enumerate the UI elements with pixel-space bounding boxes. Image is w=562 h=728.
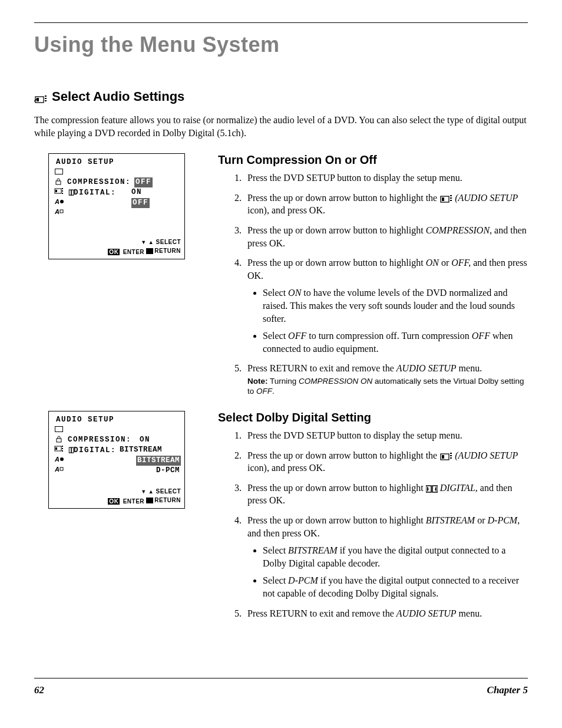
svg-rect-7 — [55, 190, 57, 192]
svg-rect-29 — [60, 467, 63, 470]
svg-rect-2 — [45, 95, 47, 97]
svg-text:A: A — [55, 198, 60, 205]
bullet-item: Select OFF to turn compression off. Turn… — [263, 330, 528, 355]
bullet-item: Select BITSTREAM if you have the digital… — [263, 544, 528, 569]
svg-rect-16 — [442, 197, 444, 201]
svg-rect-5 — [56, 181, 61, 185]
intro-paragraph: The compression feature allows you to ra… — [34, 114, 528, 139]
osd-digital-off: OFF — [131, 198, 150, 208]
disc-icon — [54, 425, 64, 432]
ap-icon: A — [54, 198, 64, 205]
steps-list-compression: Press the DVD SETUP button to display th… — [218, 172, 528, 397]
step-item: Press the up or down arrow button to hig… — [244, 256, 528, 355]
tv-icon: A — [54, 208, 64, 215]
svg-rect-18 — [450, 197, 452, 199]
step-item: Press the up or down arrow button to hig… — [244, 192, 528, 217]
svg-rect-31 — [442, 455, 444, 459]
osd-title: AUDIO SETUP — [52, 157, 181, 167]
page-number: 62 — [34, 684, 44, 696]
bullet-item: Select ON to have the volume levels of t… — [263, 286, 528, 325]
osd-compression-label: COMPRESSION: — [67, 177, 131, 187]
step-item: Press the DVD SETUP button to display th… — [244, 172, 528, 185]
svg-rect-1 — [37, 98, 39, 101]
section-heading: Select Audio Settings — [34, 89, 528, 104]
svg-text:A: A — [55, 456, 60, 463]
osd-title: AUDIO SETUP — [52, 415, 181, 425]
ap-icon: A — [54, 456, 64, 463]
svg-rect-20 — [57, 439, 61, 442]
svg-rect-32 — [450, 453, 452, 454]
svg-rect-14 — [60, 210, 63, 213]
osd-option-bitstream: BITSTREAM — [136, 456, 181, 466]
step-item: Press the up or down arrow button to hig… — [244, 482, 528, 507]
svg-rect-3 — [45, 98, 47, 99]
step-item: Press RETURN to exit and remove the AUDI… — [244, 362, 528, 397]
svg-rect-10 — [62, 193, 63, 194]
osd-compression-label: COMPRESSION: — [68, 435, 136, 445]
page-footer: 62 Chapter 5 — [34, 684, 528, 696]
svg-point-12 — [60, 200, 64, 203]
step-item: Press the DVD SETUP button to display th… — [244, 429, 528, 442]
svg-rect-23 — [62, 446, 63, 447]
osd-compression-value: OFF — [134, 177, 153, 187]
svg-rect-25 — [62, 450, 63, 452]
audio-setup-icon — [34, 92, 47, 101]
osd-digital-label: ▯▯DIGITAL: — [68, 187, 128, 198]
disc-icon — [54, 167, 64, 174]
chapter-label: Chapter 5 — [487, 684, 528, 696]
step-item: Press RETURN to exit and remove the AUDI… — [244, 607, 528, 620]
svg-rect-24 — [62, 448, 63, 449]
svg-rect-19 — [450, 200, 452, 201]
audio-setup-inline-icon — [439, 194, 452, 203]
svg-point-27 — [60, 457, 64, 461]
svg-text:A: A — [55, 208, 60, 215]
note-text: Note: Turning COMPRESSION ON automatical… — [247, 376, 528, 397]
lock-icon — [54, 435, 64, 443]
svg-rect-34 — [450, 457, 452, 459]
step-item: Press the up or down arrow button to hig… — [244, 449, 528, 475]
audio-setup-inline-icon — [439, 452, 452, 461]
osd-digital-label: ▯▯DIGITAL: — [68, 445, 116, 456]
subsection-heading-digital: Select Dolby Digital Setting — [218, 411, 528, 424]
footer-rule — [34, 678, 528, 678]
step-item: Press the up or down arrow button to hig… — [244, 514, 528, 600]
top-rule — [34, 22, 528, 23]
osd-compression-value: ON — [140, 436, 150, 444]
osd-digital-on: ON — [131, 188, 142, 196]
osd-footer: ▼ ▲ SELECT OK ENTER RETURN — [52, 238, 181, 256]
dolby-inline-icon — [426, 483, 438, 493]
svg-rect-8 — [62, 188, 63, 189]
audio-setup-mini-icon — [54, 445, 64, 452]
svg-rect-17 — [450, 195, 452, 196]
lock-icon — [54, 177, 64, 186]
section-heading-text: Select Audio Settings — [52, 89, 184, 104]
osd-digital-value: BITSTREAM — [120, 445, 162, 455]
svg-rect-33 — [450, 455, 452, 456]
osd-option-dpcm: D-PCM — [156, 466, 181, 476]
chapter-heading: Using the Menu System — [34, 32, 528, 57]
audio-setup-mini-icon — [54, 187, 64, 195]
svg-rect-22 — [55, 447, 57, 450]
svg-rect-4 — [45, 100, 47, 101]
bullet-item: Select D-PCM if you have the digital out… — [263, 574, 528, 599]
svg-text:A: A — [55, 466, 60, 473]
subsection-heading-compression: Turn Compression On or Off — [218, 153, 528, 167]
steps-list-digital: Press the DVD SETUP button to display th… — [218, 429, 528, 620]
svg-rect-9 — [62, 190, 63, 192]
step-item: Press the up or down arrow button to hig… — [244, 224, 528, 249]
tv-icon: A — [54, 466, 64, 473]
osd-footer: ▼ ▲ SELECT OK ENTER RETURN — [52, 487, 181, 506]
osd-screenshot-compression: AUDIO SETUP COMPRESSION: OFF ▯▯DIGITAL: … — [48, 153, 185, 259]
osd-screenshot-digital: AUDIO SETUP COMPRESSION: ON ▯▯DIGITAL: B… — [48, 411, 185, 509]
